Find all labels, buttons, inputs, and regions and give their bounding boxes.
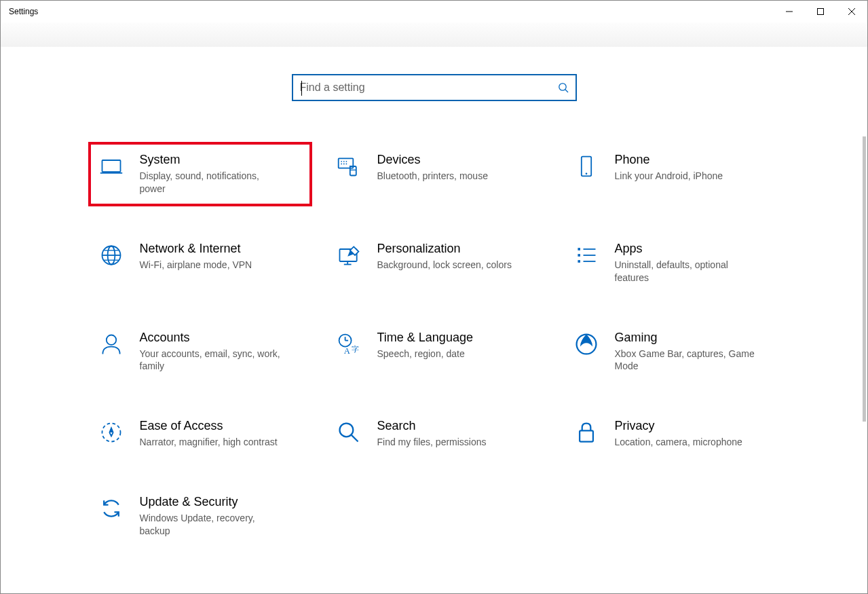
accounts-icon: [98, 331, 125, 358]
text-caret: [301, 81, 302, 96]
svg-point-40: [339, 424, 353, 437]
svg-line-41: [351, 435, 358, 442]
tile-title: Phone: [615, 153, 723, 167]
tile-ease[interactable]: Ease of AccessNarrator, magnifier, high …: [95, 415, 305, 453]
privacy-icon: [573, 419, 600, 446]
tile-title: Accounts: [140, 331, 282, 345]
tile-title: System: [140, 153, 282, 167]
tile-title: Personalization: [377, 242, 512, 256]
svg-rect-28: [578, 260, 580, 263]
svg-point-32: [106, 335, 115, 344]
tile-title: Ease of Access: [140, 419, 278, 433]
tile-description: Location, camera, microphone: [615, 436, 742, 449]
tile-privacy[interactable]: PrivacyLocation, camera, microphone: [570, 415, 780, 453]
tile-description: Narrator, magnifier, high contrast: [140, 436, 278, 449]
network-icon: [98, 242, 125, 269]
apps-icon: [573, 242, 600, 269]
settings-grid: SystemDisplay, sound, notifications, pow…: [88, 149, 780, 542]
svg-text:A: A: [343, 346, 350, 356]
search-icon[interactable]: [558, 82, 569, 93]
tile-phone[interactable]: PhoneLink your Android, iPhone: [570, 149, 780, 200]
scrollbar[interactable]: [863, 136, 866, 422]
svg-point-4: [559, 83, 565, 90]
ease-icon: [98, 419, 125, 446]
svg-rect-6: [102, 160, 120, 172]
tile-gaming[interactable]: GamingXbox Game Bar, captures, Game Mode: [570, 327, 780, 377]
tile-description: Xbox Game Bar, captures, Game Mode: [615, 348, 757, 373]
svg-point-10: [343, 161, 344, 162]
tile-search[interactable]: SearchFind my files, permissions: [333, 415, 543, 453]
devices-icon: [335, 153, 362, 180]
tile-title: Time & Language: [377, 331, 473, 345]
titlebar: Settings: [1, 1, 867, 22]
minimize-button[interactable]: [774, 1, 805, 22]
svg-point-13: [343, 164, 344, 165]
tile-devices[interactable]: DevicesBluetooth, printers, mouse: [333, 149, 543, 200]
tile-personalization[interactable]: PersonalizationBackground, lock screen, …: [333, 238, 543, 289]
svg-rect-1: [818, 9, 824, 15]
tile-description: Windows Update, recovery, backup: [140, 512, 282, 538]
window-controls: [774, 1, 867, 22]
tile-description: Wi-Fi, airplane mode, VPN: [140, 259, 252, 272]
svg-line-5: [565, 90, 568, 92]
tile-network[interactable]: Network & InternetWi-Fi, airplane mode, …: [95, 238, 305, 289]
phone-icon: [573, 153, 600, 180]
tile-description: Your accounts, email, sync, work, family: [140, 348, 282, 373]
tile-description: Display, sound, notifications, power: [140, 170, 282, 196]
tile-description: Speech, region, date: [377, 348, 473, 360]
window-title: Settings: [9, 7, 38, 16]
close-button[interactable]: [836, 1, 867, 22]
content-area: SystemDisplay, sound, notifications, pow…: [1, 47, 867, 542]
tile-title: Update & Security: [140, 495, 282, 509]
tile-description: Bluetooth, printers, mouse: [377, 170, 488, 183]
svg-text:字: 字: [351, 344, 358, 352]
personalization-icon: [335, 242, 362, 269]
svg-rect-26: [578, 248, 580, 250]
tile-description: Background, lock screen, colors: [377, 259, 512, 272]
tile-description: Link your Android, iPhone: [615, 170, 723, 183]
svg-point-11: [345, 161, 347, 162]
gaming-icon: [573, 331, 600, 358]
svg-point-12: [341, 164, 342, 165]
tile-system[interactable]: SystemDisplay, sound, notifications, pow…: [95, 149, 305, 200]
maximize-button[interactable]: [805, 1, 836, 22]
tile-title: Apps: [615, 242, 757, 256]
search-input[interactable]: [300, 81, 558, 94]
svg-point-9: [341, 161, 342, 162]
tile-description: Find my files, permissions: [377, 436, 487, 449]
tile-apps[interactable]: AppsUninstall, defaults, optional featur…: [570, 238, 780, 289]
svg-rect-42: [580, 431, 593, 442]
search-box[interactable]: [292, 74, 577, 101]
search-icon: [335, 419, 362, 446]
tile-title: Gaming: [615, 331, 757, 345]
time-icon: A字: [335, 331, 362, 358]
tile-description: Uninstall, defaults, optional features: [615, 259, 757, 284]
tile-title: Search: [377, 419, 487, 433]
tile-accounts[interactable]: AccountsYour accounts, email, sync, work…: [95, 327, 305, 377]
tile-time[interactable]: A字Time & LanguageSpeech, region, date: [333, 327, 543, 377]
tile-update[interactable]: Update & SecurityWindows Update, recover…: [95, 491, 305, 542]
svg-point-14: [345, 164, 347, 165]
system-icon: [98, 153, 125, 180]
tile-title: Network & Internet: [140, 242, 252, 256]
svg-point-17: [585, 172, 587, 174]
svg-point-33: [339, 334, 351, 346]
header-gradient: [1, 22, 867, 47]
update-icon: [98, 495, 125, 522]
tile-title: Privacy: [615, 419, 742, 433]
tile-title: Devices: [377, 153, 488, 167]
svg-rect-27: [578, 254, 580, 257]
